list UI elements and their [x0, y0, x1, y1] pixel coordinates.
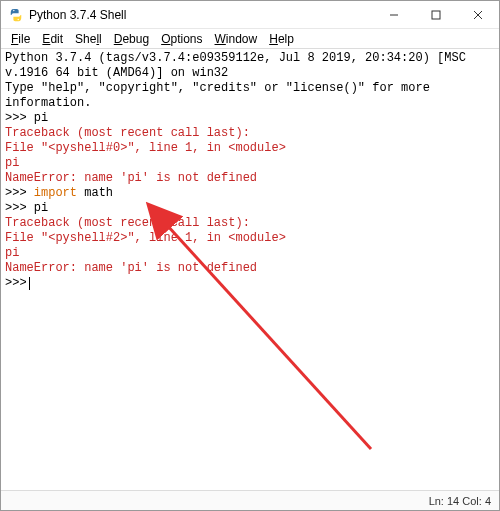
menu-debug[interactable]: Debug	[108, 30, 155, 48]
traceback-line: File "<pyshell#0>", line 1, in <module>	[5, 141, 495, 156]
prompt-line: >>> pi	[5, 201, 495, 216]
banner-line: Type "help", "copyright", "credits" or "…	[5, 81, 495, 111]
menu-shell[interactable]: Shell	[69, 30, 108, 48]
menu-help[interactable]: Help	[263, 30, 300, 48]
traceback-line: NameError: name 'pi' is not defined	[5, 171, 495, 186]
menubar: File Edit Shell Debug Options Window Hel…	[1, 29, 499, 49]
svg-point-1	[17, 18, 18, 19]
cursor-position: Ln: 14 Col: 4	[429, 495, 491, 507]
menu-edit[interactable]: Edit	[36, 30, 69, 48]
prompt-line: >>> import math	[5, 186, 495, 201]
traceback-line: pi	[5, 246, 495, 261]
prompt-line: >>>	[5, 276, 495, 291]
menu-options[interactable]: Options	[155, 30, 208, 48]
traceback-line: File "<pyshell#2>", line 1, in <module>	[5, 231, 495, 246]
traceback-line: Traceback (most recent call last):	[5, 126, 495, 141]
menu-file[interactable]: File	[5, 30, 36, 48]
traceback-line: Traceback (most recent call last):	[5, 216, 495, 231]
window-controls	[373, 1, 499, 28]
traceback-line: pi	[5, 156, 495, 171]
python-icon	[9, 8, 23, 22]
app-window: Python 3.7.4 Shell File Edit Shell Debug…	[0, 0, 500, 511]
shell-output[interactable]: Python 3.7.4 (tags/v3.7.4:e09359112e, Ju…	[1, 49, 499, 490]
minimize-button[interactable]	[373, 1, 415, 28]
svg-rect-3	[432, 11, 440, 19]
window-title: Python 3.7.4 Shell	[29, 8, 373, 22]
maximize-button[interactable]	[415, 1, 457, 28]
menu-window[interactable]: Window	[209, 30, 264, 48]
text-cursor	[29, 277, 30, 290]
prompt-line: >>> pi	[5, 111, 495, 126]
banner-line: Python 3.7.4 (tags/v3.7.4:e09359112e, Ju…	[5, 51, 495, 81]
close-button[interactable]	[457, 1, 499, 28]
svg-point-0	[13, 9, 14, 10]
statusbar: Ln: 14 Col: 4	[1, 490, 499, 510]
titlebar[interactable]: Python 3.7.4 Shell	[1, 1, 499, 29]
traceback-line: NameError: name 'pi' is not defined	[5, 261, 495, 276]
